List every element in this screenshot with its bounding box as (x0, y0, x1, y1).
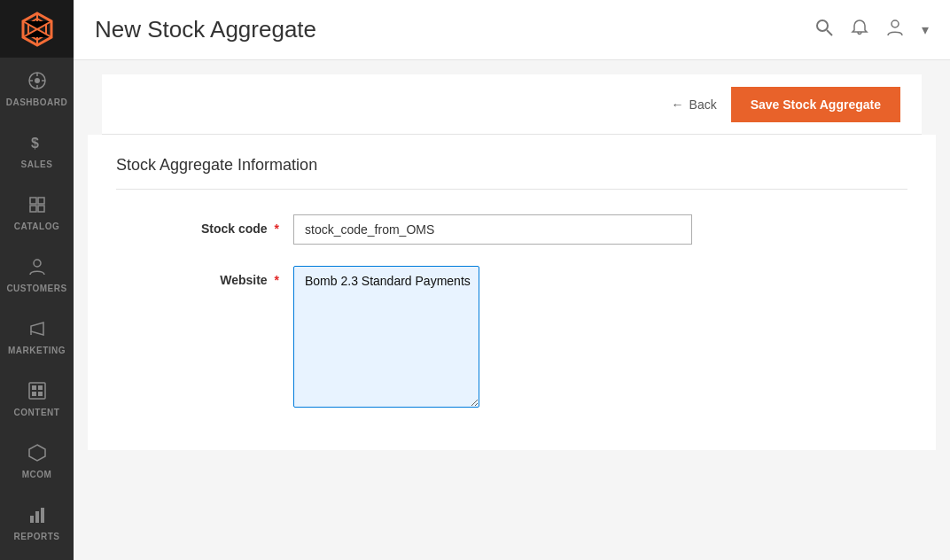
page-title: New Stock Aggregate (95, 16, 815, 43)
website-label: Website * (116, 266, 293, 287)
svg-rect-13 (32, 385, 36, 390)
toolbar: ← Back Save Stock Aggregate (102, 74, 922, 135)
sidebar-item-content[interactable]: CONTENT (0, 368, 74, 430)
svg-point-23 (817, 20, 828, 31)
marketing-icon (27, 319, 47, 342)
sidebar-item-label: CUSTOMERS (6, 284, 66, 293)
svg-rect-18 (30, 516, 34, 523)
page-header: New Stock Aggregate ▾ (74, 0, 950, 60)
svg-point-1 (35, 78, 40, 83)
svg-rect-12 (29, 383, 45, 399)
customers-icon (27, 257, 47, 280)
sidebar-item-reports[interactable]: REPORTS (0, 492, 74, 554)
content-area: ← Back Save Stock Aggregate Stock Aggreg… (74, 60, 950, 560)
section-title: Stock Aggregate Information (116, 156, 907, 190)
svg-rect-14 (38, 385, 43, 390)
svg-rect-8 (38, 198, 44, 204)
form-panel: Stock Aggregate Information Stock code *… (88, 135, 936, 450)
sales-icon: $ (27, 133, 47, 156)
notification-icon[interactable] (851, 19, 868, 41)
sidebar-item-label: CATALOG (14, 222, 59, 231)
search-icon[interactable] (815, 19, 833, 41)
main-content: New Stock Aggregate ▾ (74, 0, 950, 560)
required-star: * (271, 222, 279, 236)
website-row: Website * Bomb 2.3 Standard Payments (116, 266, 907, 408)
svg-line-24 (827, 30, 832, 35)
back-arrow-icon: ← (672, 97, 684, 112)
mcom-icon (27, 443, 47, 466)
sidebar-item-label: REPORTS (14, 532, 60, 541)
svg-rect-9 (30, 206, 36, 212)
dashboard-icon (27, 71, 47, 94)
sidebar-item-label: SALES (21, 159, 53, 169)
sidebar-item-dashboard[interactable]: DASHBOARD (0, 58, 74, 120)
sidebar-item-customers[interactable]: CUSTOMERS (0, 244, 74, 306)
sidebar-item-stores[interactable]: STORES (0, 554, 74, 560)
website-select[interactable]: Bomb 2.3 Standard Payments (293, 266, 479, 408)
svg-point-25 (892, 20, 899, 27)
svg-rect-7 (30, 198, 36, 204)
svg-rect-16 (38, 392, 43, 396)
sidebar-item-mcom[interactable]: MCOM (0, 430, 74, 492)
user-icon[interactable] (886, 19, 904, 41)
required-star: * (271, 273, 279, 287)
sidebar-item-catalog[interactable]: CATALOG (0, 182, 74, 244)
sidebar-item-label: DASHBOARD (6, 97, 68, 107)
svg-marker-17 (29, 445, 45, 461)
save-button[interactable]: Save Stock Aggregate (731, 87, 900, 122)
svg-rect-10 (38, 206, 44, 212)
user-dropdown-icon[interactable]: ▾ (922, 21, 929, 38)
header-actions: ▾ (815, 19, 929, 41)
content-icon (27, 381, 47, 404)
svg-rect-20 (41, 508, 44, 523)
sidebar-item-label: MARKETING (8, 346, 66, 355)
reports-icon (27, 505, 47, 528)
stock-code-row: Stock code * (116, 214, 907, 245)
logo (0, 0, 74, 58)
svg-rect-15 (32, 392, 36, 396)
stock-code-label: Stock code * (116, 214, 293, 236)
back-button[interactable]: ← Back (672, 97, 717, 112)
sidebar-item-marketing[interactable]: MARKETING (0, 306, 74, 368)
sidebar-item-label: CONTENT (14, 408, 60, 417)
sidebar-item-label: MCOM (22, 470, 52, 479)
catalog-icon (27, 195, 47, 218)
sidebar-item-sales[interactable]: $ SALES (0, 120, 74, 182)
svg-rect-19 (35, 511, 39, 523)
svg-text:$: $ (31, 136, 39, 151)
stock-code-input[interactable] (293, 214, 692, 245)
svg-point-11 (34, 260, 41, 267)
sidebar: DASHBOARD $ SALES CATALOG CUSTOME (0, 0, 74, 560)
